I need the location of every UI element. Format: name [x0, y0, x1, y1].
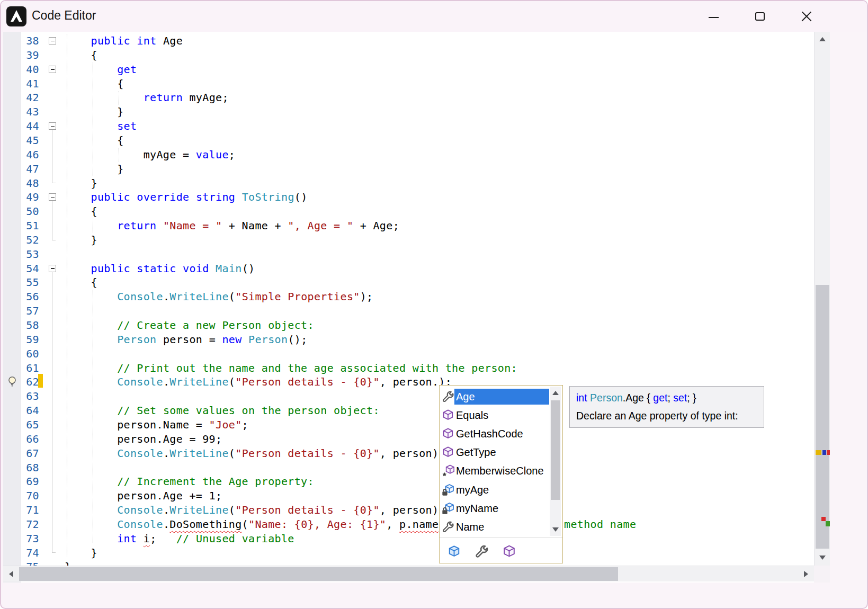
code-line-74[interactable]: 74 }	[3, 546, 814, 560]
properties-filter-button[interactable]	[472, 543, 490, 560]
completion-scrollbar-thumb[interactable]	[551, 400, 560, 500]
completion-item[interactable]: Equals	[441, 406, 549, 424]
line-number: 46	[21, 148, 39, 162]
field-private-icon	[442, 483, 454, 496]
code-line-53[interactable]: 53	[3, 247, 814, 262]
code-token: // Set some values on the person object:	[117, 404, 380, 417]
code-line-49[interactable]: 49 public override string ToString()	[3, 190, 814, 204]
fold-collapse-icon[interactable]	[49, 66, 56, 73]
horizontal-scrollbar[interactable]	[3, 566, 814, 581]
code-token: Console	[117, 375, 163, 388]
code-line-71[interactable]: 71 Console.WriteLine("Person details - {…	[3, 503, 814, 517]
code-text: public override string ToString()	[65, 190, 308, 204]
code-token: return	[144, 91, 183, 104]
completion-item[interactable]: Age	[441, 387, 549, 406]
minimize-button[interactable]	[701, 5, 726, 28]
scroll-left-button[interactable]	[3, 566, 19, 582]
completion-item[interactable]: Name	[441, 517, 549, 536]
code-token: }	[65, 547, 97, 559]
maximize-button[interactable]	[748, 5, 772, 28]
code-line-43[interactable]: 43 }	[3, 105, 814, 119]
code-line-60[interactable]: 60	[3, 347, 814, 361]
line-number: 69	[21, 474, 39, 489]
completion-scroll-down-button[interactable]	[550, 523, 561, 536]
vertical-scrollbar[interactable]	[814, 32, 830, 566]
code-token: method name	[564, 517, 636, 532]
code-line-45[interactable]: 45 {	[3, 133, 814, 148]
code-token	[65, 375, 117, 388]
code-line-72[interactable]: 72 Console.DoSomething("Name: {0}, Age: …	[3, 517, 814, 532]
code-line-47[interactable]: 47 }	[3, 162, 814, 176]
quick-actions-lightbulb-icon[interactable]	[6, 375, 19, 388]
close-button[interactable]	[794, 5, 819, 28]
code-text: public static void Main()	[65, 262, 255, 276]
code-line-73[interactable]: 73 int i; // Unused variable	[3, 532, 814, 546]
code-line-44[interactable]: 44 set	[3, 119, 814, 133]
code-token: ; }	[687, 392, 696, 404]
code-text: {	[65, 133, 124, 148]
code-token: WriteLine	[169, 504, 229, 516]
code-line-70[interactable]: 70 person.Age += 1;	[3, 489, 814, 503]
code-line-52[interactable]: 52 }	[3, 233, 814, 247]
code-token	[130, 262, 137, 275]
code-text: {	[65, 48, 97, 62]
code-token: {	[65, 205, 97, 218]
fold-collapse-icon[interactable]	[49, 122, 56, 130]
code-area[interactable]: 38 public int Age39 {40 get41 {42 return…	[3, 32, 814, 583]
code-token: static	[137, 262, 176, 275]
completion-item[interactable]: MemberwiseClone	[441, 462, 549, 480]
code-line-41[interactable]: 41 {	[3, 77, 814, 91]
code-token	[65, 504, 117, 516]
code-token	[137, 532, 143, 545]
code-line-54[interactable]: 54 public static void Main()	[3, 262, 814, 276]
code-line-39[interactable]: 39 {	[3, 48, 814, 62]
code-line-69[interactable]: 69 // Increment the Age property:	[3, 474, 814, 489]
code-token: {	[65, 134, 124, 147]
code-line-48[interactable]: 48 }	[3, 176, 814, 191]
code-token: override	[137, 191, 189, 203]
method-icon	[502, 544, 516, 559]
code-editor[interactable]: 38 public int Age39 {40 get41 {42 return…	[3, 32, 830, 583]
code-line-46[interactable]: 46 myAge = value;	[3, 148, 814, 162]
completion-item[interactable]: GetType	[441, 443, 549, 462]
fields-filter-button[interactable]	[445, 543, 463, 560]
code-text: // Increment the Age property:	[65, 474, 314, 489]
completion-scroll-up-button[interactable]	[550, 387, 561, 399]
fold-collapse-icon[interactable]	[49, 265, 56, 272]
scroll-right-button[interactable]	[798, 566, 814, 582]
code-line-66[interactable]: 66 person.Age = 99;	[3, 432, 814, 446]
horizontal-scrollbar-thumb[interactable]	[19, 567, 618, 581]
completion-scrollbar[interactable]	[550, 387, 561, 536]
methods-filter-button[interactable]	[500, 543, 518, 560]
code-line-59[interactable]: 59 Person person = new Person();	[3, 333, 814, 347]
completion-item[interactable]: GetHashCode	[441, 424, 549, 443]
code-line-57[interactable]: 57	[3, 304, 814, 318]
fold-region-end-tick	[52, 552, 56, 553]
code-line-58[interactable]: 58 // Create a new Person object:	[3, 318, 814, 333]
code-line-42[interactable]: 42 return myAge;	[3, 91, 814, 105]
code-token: , person);	[380, 504, 445, 516]
scroll-down-button[interactable]	[815, 550, 830, 565]
line-number: 48	[21, 176, 39, 191]
code-token	[65, 91, 144, 104]
code-line-56[interactable]: 56 Console.WriteLine("Simple Properties"…	[3, 290, 814, 304]
code-line-51[interactable]: 51 return "Name = " + Name + ", Age = " …	[3, 219, 814, 233]
code-line-68[interactable]: 68	[3, 461, 814, 475]
scroll-up-button[interactable]	[815, 32, 830, 47]
completion-item[interactable]: myName	[441, 499, 549, 517]
completion-item[interactable]: myAge	[441, 480, 549, 499]
code-line-67[interactable]: 67 Console.WriteLine("Person details - {…	[3, 446, 814, 461]
code-line-40[interactable]: 40 get	[3, 62, 814, 77]
down-arrow-icon	[552, 527, 559, 532]
code-token	[65, 447, 117, 460]
code-token: Age	[157, 34, 183, 47]
fold-collapse-icon[interactable]	[49, 37, 56, 44]
code-token: ", Age = "	[288, 219, 353, 232]
vertical-scrollbar-thumb[interactable]	[816, 285, 829, 549]
code-line-61[interactable]: 61 // Print out the name and the age ass…	[3, 361, 814, 375]
code-line-55[interactable]: 55 {	[3, 275, 814, 290]
code-token: person =	[157, 333, 222, 346]
fold-collapse-icon[interactable]	[49, 193, 56, 201]
code-line-50[interactable]: 50 {	[3, 204, 814, 219]
code-line-38[interactable]: 38 public int Age	[3, 34, 814, 48]
